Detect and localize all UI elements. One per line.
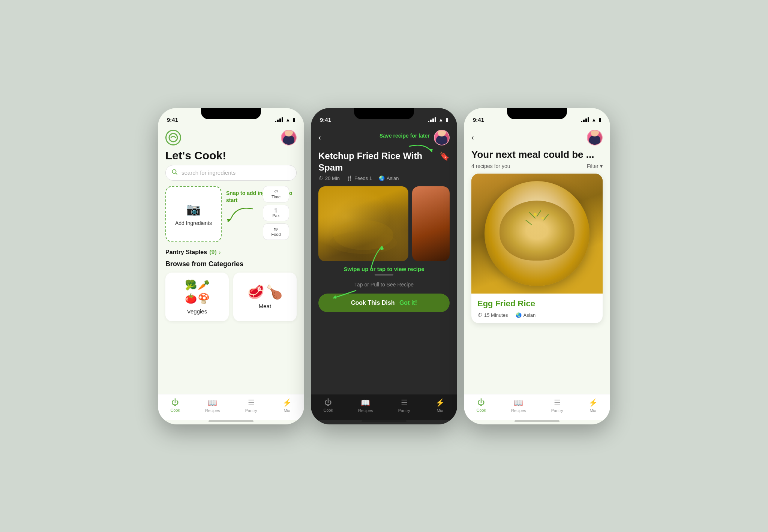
- category-meat[interactable]: 🥩🍗 Meat: [233, 273, 297, 321]
- drag-handle[interactable]: [375, 274, 393, 276]
- save-annotation-text: Save recipe for later: [380, 133, 430, 139]
- nav-recipes-1[interactable]: 📖 Recipes: [205, 398, 220, 413]
- status-time-3: 9:41: [473, 117, 484, 123]
- battery-icon-3: ▮: [598, 117, 601, 123]
- status-right-1: ▲ ▮: [275, 117, 295, 123]
- home-indicator-2: [362, 420, 406, 422]
- home-indicator-3: [514, 420, 560, 422]
- recipe-time-icon: ⏱: [477, 312, 482, 318]
- mix-icon-2: ⚡: [435, 398, 445, 407]
- filter-button-3[interactable]: Filter ▾: [587, 163, 603, 169]
- app-logo: [165, 130, 181, 145]
- pantry-row[interactable]: Pantry Staples (9) ›: [158, 247, 304, 260]
- svg-line-11: [544, 214, 548, 220]
- recipe-side-image: [412, 186, 450, 261]
- nav-recipes-2[interactable]: 📖 Recipes: [358, 398, 373, 413]
- food-filter-btn[interactable]: 🍽 Food: [263, 223, 289, 240]
- nav-pantry-2[interactable]: ☰ Pantry: [398, 398, 410, 413]
- pantry-icon-2: ☰: [401, 398, 408, 407]
- svg-point-14: [542, 217, 544, 219]
- wifi-icon-3: ▲: [591, 117, 596, 123]
- battery-icon-1: ▮: [292, 117, 295, 123]
- camera-icon: 📷: [186, 202, 201, 216]
- p1-header: [158, 127, 304, 145]
- got-it-annotation: Got it!: [399, 300, 417, 306]
- time-icon: ⏱: [274, 189, 278, 194]
- got-it-area: Cook This Dish Got it!: [311, 291, 457, 312]
- nav-cook-3[interactable]: ⏻ Cook: [476, 398, 486, 412]
- p3-header: ‹: [464, 127, 610, 145]
- back-button-2[interactable]: ‹: [318, 133, 321, 142]
- nav-cook-1[interactable]: ⏻ Cook: [170, 398, 180, 412]
- add-ingredients-label: Add Ingredients: [175, 220, 212, 226]
- nav-recipes-3[interactable]: 📖 Recipes: [511, 398, 526, 413]
- bottom-nav-2: ⏻ Cook 📖 Recipes ☰ Pantry ⚡ Mix: [311, 394, 457, 420]
- recipes-icon-3: 📖: [514, 398, 523, 407]
- recipe-cuisine-icon: 🌏: [516, 312, 522, 318]
- add-ingredients-section: 📷 Add Ingredients Snap to add ingredient…: [158, 186, 304, 247]
- nav-mix-1[interactable]: ⚡ Mix: [282, 398, 292, 413]
- pax-filter-btn[interactable]: 🍴 Pax: [263, 205, 289, 221]
- svg-line-10: [537, 211, 541, 216]
- recipe-card-image: [471, 174, 603, 294]
- search-placeholder: search for ingredients: [182, 169, 236, 176]
- add-ingredients-box[interactable]: 📷 Add Ingredients: [165, 186, 222, 242]
- bottom-nav-3: ⏻ Cook 📖 Recipes ☰ Pantry ⚡ Mix: [464, 394, 610, 420]
- phone-1: 9:41 ▲ ▮: [158, 108, 304, 424]
- search-bar-1[interactable]: search for ingredients: [165, 165, 297, 181]
- pantry-icon-3: ☰: [554, 398, 561, 407]
- categories-grid: 🥦🥕🍅🍄 Veggies 🥩🍗 Meat: [158, 273, 304, 321]
- bottom-nav-1: ⏻ Cook 📖 Recipes ☰ Pantry ⚡ Mix: [158, 394, 304, 420]
- cook-icon-1: ⏻: [171, 398, 179, 407]
- pantry-chevron: ›: [219, 249, 221, 255]
- category-veggies[interactable]: 🥦🥕🍅🍄 Veggies: [165, 273, 229, 321]
- time-filter-btn[interactable]: ⏱ Time: [263, 186, 289, 202]
- cook-icon-3: ⏻: [477, 398, 485, 407]
- mix-icon-1: ⚡: [282, 398, 292, 407]
- meat-emoji: 🥩🍗: [248, 284, 283, 300]
- food-icon: 🍽: [274, 227, 278, 231]
- nav-mix-3[interactable]: ⚡ Mix: [588, 398, 598, 413]
- chevron-down-icon: ▾: [600, 163, 603, 169]
- screen-3: ‹ Your next meal could be ... 4 recipes …: [464, 127, 610, 394]
- battery-icon-2: ▮: [446, 117, 448, 123]
- recipe-card[interactable]: Egg Fried Rice ⏱ 15 Minutes 🌏 Asian: [471, 174, 603, 323]
- meta-feeds: 🍴 Feeds 1: [346, 175, 372, 181]
- recipe-card-meta: ⏱ 15 Minutes 🌏 Asian: [477, 312, 597, 318]
- user-avatar-1[interactable]: [281, 130, 297, 145]
- svg-point-13: [534, 213, 537, 216]
- meta-time: ⏱ 20 Min: [318, 175, 340, 181]
- veggies-emoji: 🥦🥕🍅🍄: [185, 279, 210, 305]
- page-title-3: Your next meal could be ...: [464, 145, 610, 163]
- nav-pantry-1[interactable]: ☰ Pantry: [245, 398, 257, 413]
- pantry-count: (9): [209, 249, 217, 256]
- phone-2: 9:41 ▲ ▮ ‹: [311, 108, 457, 424]
- recipe-time: ⏱ 15 Minutes: [477, 312, 508, 318]
- nav-mix-2[interactable]: ⚡ Mix: [435, 398, 445, 413]
- status-right-2: ▲ ▮: [428, 117, 448, 123]
- wifi-icon-1: ▲: [285, 117, 290, 123]
- garnish-overlay: [500, 198, 574, 258]
- pantry-label: Pantry Staples: [165, 249, 207, 256]
- screen-1: Let's Cook! search for ingredients 📷 Add…: [158, 127, 304, 394]
- nav-pantry-3[interactable]: ☰ Pantry: [551, 398, 563, 413]
- cook-icon-2: ⏻: [324, 398, 332, 407]
- user-avatar-3[interactable]: [587, 130, 603, 145]
- filter-buttons: ⏱ Time 🍴 Pax 🍽 Food: [263, 186, 289, 240]
- recipe-count: 4 recipes for you: [471, 163, 510, 169]
- phones-container: 9:41 ▲ ▮: [158, 108, 610, 424]
- recipes-icon-2: 📖: [361, 398, 370, 407]
- search-icon: [172, 169, 178, 177]
- signal-icon-3: [581, 117, 589, 122]
- svg-line-2: [176, 173, 177, 174]
- swipe-arrow: [341, 243, 416, 273]
- egg-fried-rice-visual: [471, 174, 603, 294]
- got-it-arrow: [326, 287, 363, 302]
- meat-label: Meat: [259, 303, 271, 309]
- back-button-3[interactable]: ‹: [471, 133, 474, 142]
- time-meta-icon: ⏱: [318, 175, 323, 181]
- home-indicator-1: [208, 420, 254, 422]
- wifi-icon-2: ▲: [438, 117, 443, 123]
- signal-icon-1: [275, 117, 283, 122]
- nav-cook-2[interactable]: ⏻ Cook: [323, 398, 333, 412]
